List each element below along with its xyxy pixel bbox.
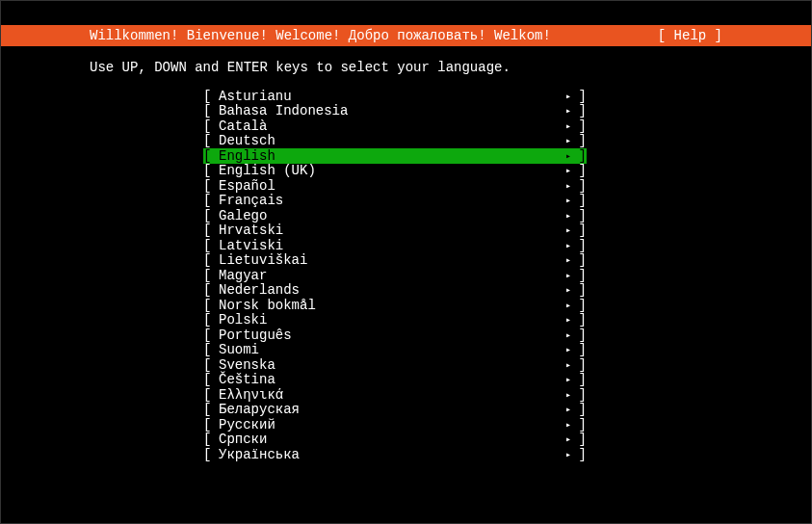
bracket-close: ] [571, 268, 587, 283]
language-item[interactable]: [ Čeština▸ ] [203, 373, 587, 388]
language-item[interactable]: [ Беларуская▸ ] [203, 403, 587, 418]
language-label: Svenska [219, 357, 556, 373]
bracket-close: ] [571, 103, 587, 118]
language-item[interactable]: [ Français▸ ] [203, 194, 587, 209]
language-item[interactable]: [ Lietuviškai▸ ] [203, 253, 587, 269]
welcome-title: Willkommen! Bienvenue! Welcome! Добро по… [90, 28, 551, 43]
language-label: Português [219, 328, 556, 343]
bracket-close: ] [571, 193, 587, 208]
triangle-right-icon: ▸ [556, 374, 571, 385]
bracket-open: [ [203, 282, 219, 298]
language-item[interactable]: [ English▸ ] [203, 148, 587, 164]
language-item[interactable]: [ English (UK)▸ ] [203, 164, 587, 179]
triangle-right-icon: ▸ [556, 404, 571, 415]
bracket-open: [ [203, 223, 219, 238]
bracket-open: [ [203, 372, 219, 387]
language-label: Беларуская [219, 402, 556, 417]
language-label: Asturianu [219, 89, 556, 104]
bracket-close: ] [571, 447, 587, 462]
language-item[interactable]: [ Galego▸ ] [203, 208, 587, 223]
triangle-right-icon: ▸ [556, 240, 571, 251]
triangle-right-icon: ▸ [556, 433, 571, 445]
bracket-open: [ [203, 103, 219, 118]
triangle-right-icon: ▸ [556, 329, 571, 341]
bracket-open: [ [203, 148, 219, 164]
bracket-open: [ [203, 208, 219, 223]
bracket-open: [ [203, 163, 219, 178]
language-item[interactable]: [ Hrvatski▸ ] [203, 223, 587, 239]
language-label: Hrvatski [219, 223, 556, 238]
bracket-close: ] [571, 312, 587, 328]
language-label: Norsk bokmål [219, 298, 556, 313]
bracket-close: ] [571, 178, 587, 194]
triangle-right-icon: ▸ [556, 419, 571, 431]
bracket-open: [ [203, 118, 219, 134]
triangle-right-icon: ▸ [556, 135, 571, 146]
language-item[interactable]: [ Nederlands▸ ] [203, 283, 587, 299]
bracket-close: ] [571, 282, 587, 298]
bracket-open: [ [203, 328, 219, 343]
language-label: Suomi [219, 342, 556, 357]
triangle-right-icon: ▸ [556, 389, 571, 401]
language-label: Русский [219, 417, 556, 432]
language-label: Català [219, 118, 556, 134]
triangle-right-icon: ▸ [556, 344, 571, 355]
bracket-close: ] [571, 417, 587, 432]
language-item[interactable]: [ Asturianu▸ ] [203, 89, 587, 104]
language-label: Español [219, 178, 556, 194]
language-item[interactable]: [ Magyar▸ ] [203, 268, 587, 283]
language-label: Nederlands [219, 282, 556, 298]
triangle-right-icon: ▸ [556, 120, 571, 132]
bracket-close: ] [571, 298, 587, 313]
bracket-close: ] [571, 372, 587, 387]
language-item[interactable]: [ Svenska▸ ] [203, 357, 587, 373]
bracket-close: ] [571, 223, 587, 238]
triangle-right-icon: ▸ [556, 359, 571, 371]
bracket-close: ] [571, 163, 587, 178]
bracket-close: ] [571, 357, 587, 373]
language-label: Lietuviškai [219, 252, 556, 268]
bracket-close: ] [571, 342, 587, 357]
language-item[interactable]: [ Српски▸ ] [203, 432, 587, 448]
bracket-open: [ [203, 133, 219, 148]
bracket-open: [ [203, 252, 219, 268]
bracket-open: [ [203, 298, 219, 313]
language-list: [ Asturianu▸ ][ Bahasa Indonesia▸ ][ Cat… [203, 89, 811, 462]
bracket-open: [ [203, 417, 219, 432]
language-item[interactable]: [ Ελληνικά▸ ] [203, 387, 587, 403]
triangle-right-icon: ▸ [556, 150, 571, 162]
triangle-right-icon: ▸ [556, 284, 571, 296]
language-label: Français [219, 193, 556, 208]
help-button[interactable]: [ Help ] [658, 28, 722, 43]
bracket-open: [ [203, 447, 219, 462]
language-item[interactable]: [ Español▸ ] [203, 178, 587, 194]
language-item[interactable]: [ Latviski▸ ] [203, 238, 587, 253]
language-label: Magyar [219, 268, 556, 283]
bracket-close: ] [571, 432, 587, 447]
triangle-right-icon: ▸ [556, 105, 571, 117]
language-item[interactable]: [ Українська▸ ] [203, 447, 587, 462]
language-item[interactable]: [ Русский▸ ] [203, 417, 587, 432]
triangle-right-icon: ▸ [556, 270, 571, 281]
bracket-close: ] [571, 118, 587, 134]
language-label: Galego [219, 208, 556, 223]
bracket-open: [ [203, 238, 219, 253]
language-item[interactable]: [ Suomi▸ ] [203, 343, 587, 358]
bracket-open: [ [203, 432, 219, 447]
bracket-close: ] [571, 252, 587, 268]
bracket-close: ] [571, 89, 587, 104]
language-item[interactable]: [ Polski▸ ] [203, 313, 587, 328]
language-item[interactable]: [ Deutsch▸ ] [203, 134, 587, 149]
bracket-close: ] [571, 328, 587, 343]
triangle-right-icon: ▸ [556, 180, 571, 192]
language-item[interactable]: [ Norsk bokmål▸ ] [203, 298, 587, 313]
triangle-right-icon: ▸ [556, 300, 571, 311]
language-label: Bahasa Indonesia [219, 103, 556, 118]
bracket-close: ] [571, 148, 587, 164]
triangle-right-icon: ▸ [556, 314, 571, 326]
language-label: Српски [219, 432, 556, 447]
bracket-close: ] [571, 133, 587, 148]
language-item[interactable]: [ Bahasa Indonesia▸ ] [203, 104, 587, 119]
language-item[interactable]: [ Português▸ ] [203, 328, 587, 343]
language-item[interactable]: [ Català▸ ] [203, 118, 587, 134]
